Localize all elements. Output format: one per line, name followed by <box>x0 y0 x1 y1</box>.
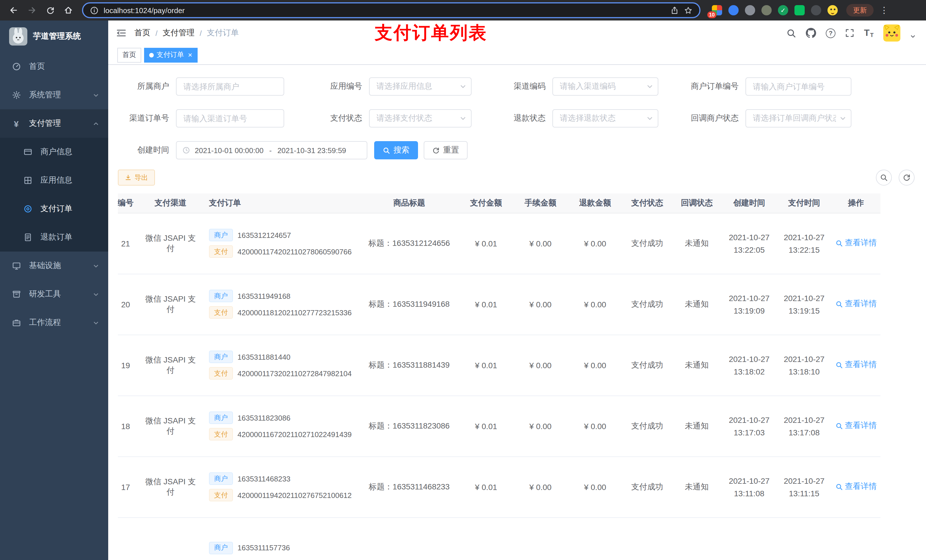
callback-status-select[interactable]: 请选择订单回调商户状态 <box>746 109 851 127</box>
filter-label: 应用编号 <box>314 82 369 92</box>
channel-pay-no: 4200001167202110271022491439 <box>238 430 352 438</box>
col-status: 支付状态 <box>622 193 672 213</box>
cell-actions: 查看详情 <box>831 213 881 274</box>
export-button[interactable]: 导出 <box>118 170 155 186</box>
date-range-picker[interactable]: 2021-10-01 00:00:00 - 2021-10-31 23:59:5… <box>176 141 367 159</box>
close-tab-icon[interactable]: × <box>188 51 192 59</box>
pay-tag: 支付 <box>209 428 233 441</box>
search-icon[interactable] <box>787 28 796 38</box>
sidebar-item-merchant-info[interactable]: 商户信息 <box>0 138 108 166</box>
sidebar-item-devtool[interactable]: 研发工具 <box>0 280 108 308</box>
cell-created: 2021-10-2713:19:09 <box>722 274 777 335</box>
sidebar-item-label: 支付管理 <box>29 118 85 128</box>
breadcrumb-home[interactable]: 首页 <box>135 28 150 38</box>
extension-chat-icon[interactable] <box>794 5 805 15</box>
filter-label: 退款状态 <box>506 113 552 124</box>
sidebar-item-infra[interactable]: 基础设施 <box>0 252 108 280</box>
sidebar-group-pay: ¥ 支付管理 商户信息 应用信息 支付订单 <box>0 109 108 252</box>
avatar-dropdown-icon[interactable] <box>910 33 916 39</box>
merchant-order-no: 1635311468233 <box>238 474 291 483</box>
toggle-search-icon[interactable] <box>876 170 892 186</box>
filter-label: 所属商户 <box>118 82 176 92</box>
github-icon[interactable] <box>806 28 816 38</box>
channel-pay-no: 4200001181202110277723215336 <box>238 308 352 317</box>
merchant-tag: 商户 <box>209 350 233 363</box>
view-detail-link[interactable]: 查看详情 <box>835 238 877 248</box>
merchant-order-no: 1635312124657 <box>238 231 291 239</box>
sidebar-toggle-icon[interactable] <box>116 29 126 38</box>
merchant-input[interactable] <box>176 77 284 96</box>
tab-pay-order[interactable]: 支付订单 × <box>144 48 197 62</box>
extension-puzzle-icon[interactable]: 10 <box>712 5 722 15</box>
sidebar-menu: 首页 系统管理 ¥ 支付管理 商户信息 <box>0 52 108 337</box>
browser-profile-avatar[interactable] <box>828 5 838 15</box>
bookmark-star-icon[interactable] <box>684 6 693 15</box>
view-detail-label: 查看详情 <box>845 360 877 370</box>
breadcrumb-pay-manage[interactable]: 支付管理 <box>163 28 195 38</box>
reset-button[interactable]: 重置 <box>424 141 468 159</box>
view-detail-link[interactable]: 查看详情 <box>835 299 877 309</box>
app-select[interactable]: 请选择应用信息 <box>369 77 472 96</box>
extension-icon[interactable] <box>761 5 772 15</box>
fullscreen-icon[interactable] <box>845 29 854 38</box>
table-row: 19 微信 JSAPI 支付 商户1635311881440 支付4200001… <box>118 335 881 395</box>
sidebar-item-pay-order[interactable]: 支付订单 <box>0 195 108 223</box>
sidebar-item-label: 应用信息 <box>41 175 108 186</box>
browser-address-bar[interactable]: localhost:1024/pay/order <box>82 2 701 18</box>
help-icon[interactable]: ? <box>826 28 835 38</box>
extension-icon[interactable] <box>728 5 738 15</box>
tab-home[interactable]: 首页 <box>117 48 141 62</box>
gear-icon <box>11 90 21 100</box>
app-title: 芋道管理系统 <box>33 31 81 42</box>
sidebar-item-system[interactable]: 系统管理 <box>0 81 108 109</box>
chevron-down-icon <box>93 92 99 98</box>
extension-icon[interactable] <box>811 5 821 15</box>
cell-fee: ¥ 0.00 <box>513 274 568 335</box>
sidebar-item-app-info[interactable]: 应用信息 <box>0 166 108 195</box>
col-amount: 支付金额 <box>459 193 513 213</box>
sidebar-item-workflow[interactable]: 工作流程 <box>0 308 108 337</box>
paid-date: 2021-10-27 <box>779 474 829 487</box>
merchant-order-no-input[interactable] <box>746 77 851 96</box>
view-detail-label: 查看详情 <box>845 482 877 492</box>
extension-icon[interactable] <box>745 5 755 15</box>
cell-channel: 微信 JSAPI 支付 <box>141 395 200 456</box>
paid-date: 2021-10-27 <box>779 414 829 426</box>
cell-amount: ¥ 0.01 <box>459 395 513 456</box>
channel-order-no-input[interactable] <box>176 109 284 127</box>
user-avatar[interactable] <box>883 24 900 42</box>
pay-tag: 支付 <box>209 489 233 501</box>
refresh-table-icon[interactable] <box>899 170 915 186</box>
browser-update-button[interactable]: 更新 <box>846 4 874 17</box>
cell-paid: 2021-10-2713:18:10 <box>777 335 831 395</box>
browser-back-icon[interactable] <box>6 2 22 18</box>
col-title: 商品标题 <box>359 193 459 213</box>
browser-menu-icon[interactable]: ⋮ <box>880 5 888 15</box>
font-size-icon[interactable]: TT <box>864 28 874 38</box>
pay-status-select[interactable]: 请选择支付状态 <box>369 109 472 127</box>
cell-notify: 未通知 <box>672 335 722 395</box>
view-detail-link[interactable]: 查看详情 <box>835 482 877 492</box>
col-fee: 手续金额 <box>513 193 568 213</box>
sidebar-item-home[interactable]: 首页 <box>0 52 108 81</box>
table-header-row: 编号 支付渠道 支付订单 商品标题 支付金额 手续金额 退款金额 支付状态 回调… <box>118 193 881 213</box>
extension-check-icon[interactable] <box>778 5 788 15</box>
channel-pay-no: 4200001173202110272847982104 <box>238 369 352 377</box>
paid-time: 13:18:10 <box>779 365 829 377</box>
sidebar-item-refund-order[interactable]: 退款订单 <box>0 223 108 252</box>
share-icon[interactable] <box>670 6 679 15</box>
browser-reload-icon[interactable] <box>42 2 58 18</box>
refund-status-select[interactable]: 请选择退款状态 <box>552 109 658 127</box>
site-info-icon[interactable] <box>90 6 98 15</box>
page-content: 所属商户 应用编号 请选择应用信息 渠道编码 请输入渠道编码 <box>108 65 926 560</box>
browser-forward-icon[interactable] <box>24 2 40 18</box>
view-detail-link[interactable]: 查看详情 <box>835 360 877 370</box>
col-notify: 回调状态 <box>672 193 722 213</box>
search-button[interactable]: 搜索 <box>374 141 418 159</box>
channel-code-select[interactable]: 请输入渠道编码 <box>552 77 658 96</box>
export-button-label: 导出 <box>135 173 148 183</box>
filter-app: 应用编号 请选择应用信息 <box>314 77 472 96</box>
view-detail-link[interactable]: 查看详情 <box>835 421 877 431</box>
browser-home-icon[interactable] <box>61 2 76 18</box>
sidebar-item-pay[interactable]: ¥ 支付管理 <box>0 109 108 138</box>
